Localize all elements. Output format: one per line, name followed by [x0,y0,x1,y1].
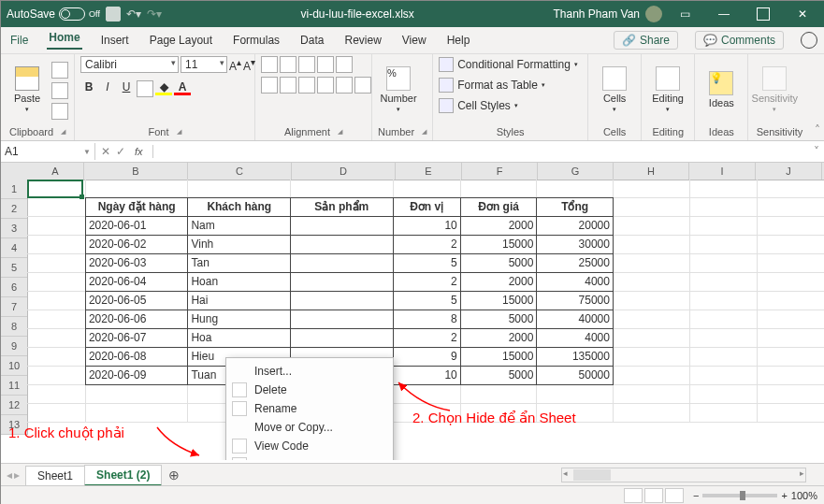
row-header[interactable]: 3 [1,219,27,238]
feedback-icon[interactable] [801,32,817,49]
cell[interactable]: 2020-06-06 [85,310,189,329]
cell[interactable] [27,292,86,310]
cell[interactable] [758,217,824,236]
decrease-indent-icon[interactable] [317,77,334,94]
cell[interactable] [614,404,690,423]
increase-font-icon[interactable]: A▴ [229,57,241,73]
cell[interactable] [27,385,86,404]
cell[interactable] [758,236,824,254]
redo-icon[interactable]: ↷▾ [147,7,162,21]
cell[interactable] [290,235,394,254]
cancel-icon[interactable]: ✕ [101,145,110,158]
col-header[interactable]: C [188,163,292,180]
horizontal-scrollbar[interactable]: ◂▸ [561,468,806,482]
fill-color-icon[interactable]: ◆ [155,80,172,95]
share-button[interactable]: 🔗Share [614,31,678,50]
cell[interactable]: Hung [187,310,291,329]
cell[interactable] [290,272,394,292]
ctx-rename[interactable]: Rename [226,399,393,418]
cell[interactable] [614,367,690,385]
cell[interactable]: 2020-06-01 [85,216,189,236]
paste-button[interactable]: Paste▾ [7,66,48,113]
row-header[interactable]: 10 [1,356,27,376]
zoom-in-icon[interactable]: + [781,490,787,501]
normal-view-icon[interactable] [624,488,643,503]
ctx-insert[interactable]: Insert... [226,362,393,381]
cell[interactable] [461,180,538,198]
cell[interactable]: 5000 [460,253,538,273]
cell[interactable]: Tan [187,253,291,273]
cell[interactable] [27,329,86,348]
cell[interactable] [291,180,394,198]
cell[interactable]: 75000 [536,291,614,310]
cell[interactable]: 2020-06-03 [85,253,189,273]
page-layout-view-icon[interactable] [644,488,663,503]
row-header[interactable]: 12 [1,396,27,415]
conditional-formatting-button[interactable]: Conditional Formatting▾ [439,56,578,73]
cell[interactable]: 135000 [536,347,614,367]
align-left-icon[interactable] [261,77,278,94]
cell[interactable]: Hai [187,291,291,310]
decrease-font-icon[interactable]: A▾ [243,57,255,73]
cell[interactable] [758,273,824,292]
cell[interactable]: 2020-06-07 [85,328,189,348]
col-header[interactable]: F [462,163,538,180]
undo-icon[interactable]: ↶▾ [126,7,141,21]
cell[interactable]: 2000 [460,216,538,236]
align-top-icon[interactable] [261,56,278,73]
sheet-tab-sheet1[interactable]: Sheet1 [25,466,85,485]
new-sheet-button[interactable]: ⊕ [161,468,187,482]
tab-help[interactable]: Help [445,34,472,47]
tab-view[interactable]: View [400,34,428,47]
cell[interactable] [290,310,394,329]
cell[interactable] [614,236,690,254]
cell[interactable]: Nam [187,216,291,236]
ribbon-display-icon[interactable]: ▭ [668,1,701,27]
cell[interactable] [690,329,758,348]
cell[interactable] [690,292,758,310]
tab-formulas[interactable]: Formulas [231,34,282,47]
tab-data[interactable]: Data [298,34,325,47]
cell[interactable] [86,404,189,423]
cell[interactable] [27,254,86,273]
cell[interactable] [614,254,690,273]
cell[interactable] [614,329,690,348]
cell[interactable]: 15000 [460,347,538,367]
ctx-protect-sheet[interactable]: Protect Sheet... [226,455,393,460]
cell[interactable] [290,216,394,236]
cell[interactable] [758,254,824,273]
cell[interactable]: 25000 [536,253,614,273]
cell[interactable] [614,217,690,236]
cell[interactable] [27,273,86,292]
italic-button[interactable]: I [99,80,116,97]
ctx-view-code[interactable]: View Code [226,437,393,455]
bold-button[interactable]: B [80,80,97,97]
row-header[interactable]: 11 [1,376,27,396]
cell[interactable] [690,254,758,273]
minimize-icon[interactable]: — [707,1,741,27]
zoom-out-icon[interactable]: − [693,490,699,501]
cell[interactable]: 5000 [460,310,538,329]
row-header[interactable]: 2 [1,199,27,219]
name-box[interactable]: A1▼ [1,143,95,160]
underline-button[interactable]: U [118,80,135,97]
cell[interactable] [690,180,758,198]
cell[interactable] [614,385,690,404]
cell[interactable] [461,385,538,404]
zoom-level[interactable]: 100% [791,490,817,501]
cell[interactable]: 2020-06-08 [85,347,189,367]
row-header[interactable]: 5 [1,258,27,278]
cell[interactable]: Vinh [187,235,291,254]
fx-icon[interactable]: fx [131,146,147,157]
row-header[interactable]: 8 [1,317,27,337]
cell[interactable] [27,180,86,198]
row-header[interactable]: 1 [1,180,27,199]
cell[interactable] [394,180,461,198]
cell[interactable]: Sản phẩm [290,197,394,217]
cell[interactable] [27,404,86,423]
tab-nav-prev-icon[interactable]: ◂ [7,468,12,482]
ctx-move-copy[interactable]: Move or Copy... [226,418,393,437]
cell[interactable] [86,180,189,198]
cell[interactable]: 8 [393,310,461,329]
cell[interactable] [758,198,824,217]
